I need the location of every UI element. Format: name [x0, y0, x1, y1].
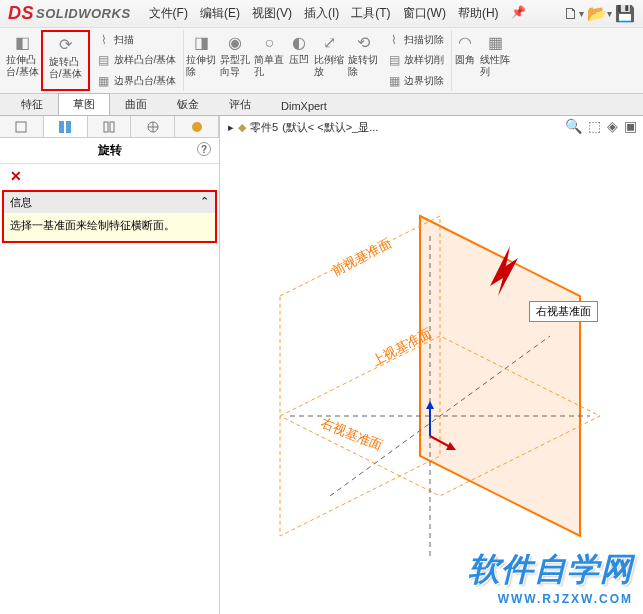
zoom-area-icon[interactable]: ⬚	[588, 118, 601, 134]
tab-sheetmetal[interactable]: 钣金	[162, 93, 214, 115]
sweep-icon: ⌇	[97, 33, 111, 47]
heads-up-toolbar: 🔍 ⬚ ◈ ▣	[565, 118, 637, 134]
plane-tooltip: 右视基准面	[529, 301, 598, 322]
menu-file[interactable]: 文件(F)	[143, 5, 194, 22]
property-panel: 旋转 ? ✕ 信息 ⌃ 选择一基准面来绘制特征横断面。	[0, 116, 220, 614]
watermark-main: 软件自学网	[468, 548, 633, 592]
extrude-icon: ◧	[11, 32, 33, 54]
extrude-cut-icon: ◨	[190, 32, 212, 54]
info-message: 选择一基准面来绘制特征横断面。	[4, 213, 215, 241]
loft-button[interactable]: ▤放样凸台/基体	[94, 52, 180, 68]
menu-tools[interactable]: 工具(T)	[345, 5, 396, 22]
menu-help[interactable]: 帮助(H)	[452, 5, 505, 22]
title-right-tools: 🗋▾ 📂▾ 💾	[563, 4, 635, 24]
logo-ds-icon: DS	[8, 3, 34, 24]
extrude-boss-button[interactable]: ◧ 拉伸凸 台/基体	[4, 30, 41, 91]
part-name: 零件5	[250, 120, 278, 135]
expand-icon[interactable]: ▸	[228, 121, 234, 134]
boundary-cut-button[interactable]: ▦边界切除	[384, 73, 447, 89]
watermark-url: WWW.RJZXW.COM	[468, 592, 633, 606]
ribbon-toolbar: ◧ 拉伸凸 台/基体 ⟳ 旋转凸 台/基体 ⌇扫描 ▤放样凸台/基体 ▦边界凸台…	[0, 28, 643, 94]
fillet-button[interactable]: ◠ 圆角	[452, 30, 478, 91]
tab-dimxpert[interactable]: DimXpert	[266, 96, 342, 115]
collapse-icon[interactable]: ⌃	[200, 195, 209, 210]
graphics-area[interactable]: ▸ ◆ 零件5 (默认< <默认>_显... 🔍 ⬚ ◈ ▣	[220, 116, 643, 614]
panel-tab-strip	[0, 116, 219, 138]
tab-evaluate[interactable]: 评估	[214, 93, 266, 115]
fillet-icon: ◠	[454, 32, 476, 54]
linear-pattern-icon: ▦	[484, 32, 506, 54]
revolve-icon: ⟳	[54, 34, 76, 56]
menu-window[interactable]: 窗口(W)	[397, 5, 452, 22]
loft-icon: ▤	[97, 53, 111, 67]
loft-cut-button[interactable]: ▤放样切削	[384, 52, 447, 68]
tab-sketch[interactable]: 草图	[58, 93, 110, 115]
hole-wizard-icon: ◉	[224, 32, 246, 54]
title-bar: DS SOLIDWORKS 文件(F) 编辑(E) 视图(V) 插入(I) 工具…	[0, 0, 643, 28]
linear-pattern-button[interactable]: ▦ 线性阵 列	[478, 30, 512, 91]
main-body: 旋转 ? ✕ 信息 ⌃ 选择一基准面来绘制特征横断面。 ▸ ◆ 零件5 (默认<…	[0, 116, 643, 614]
revolve-boss-button[interactable]: ⟳ 旋转凸 台/基体	[41, 30, 90, 91]
depress-icon: ◐	[288, 32, 310, 54]
cancel-button[interactable]: ✕	[0, 164, 219, 188]
main-menu: 文件(F) 编辑(E) 视图(V) 插入(I) 工具(T) 窗口(W) 帮助(H…	[143, 5, 532, 22]
info-header-label: 信息	[10, 195, 32, 210]
scale-icon: ⤢	[318, 32, 340, 54]
save-icon[interactable]: 💾	[615, 4, 635, 24]
breadcrumb[interactable]: ▸ ◆ 零件5 (默认< <默认>_显...	[228, 120, 378, 135]
right-plane-label: 右视基准面	[319, 415, 385, 453]
info-section: 信息 ⌃ 选择一基准面来绘制特征横断面。	[2, 190, 217, 243]
display-style-icon[interactable]: ▣	[624, 118, 637, 134]
new-doc-icon[interactable]: 🗋▾	[563, 4, 583, 24]
reference-planes: 前视基准面 上视基准面 右视基准面	[220, 136, 643, 606]
panel-title: 旋转	[98, 142, 122, 159]
svg-marker-9	[420, 216, 580, 536]
panel-tab-config[interactable]	[88, 116, 132, 137]
part-icon: ◆	[238, 121, 246, 134]
svg-rect-2	[66, 121, 71, 133]
menu-edit[interactable]: 编辑(E)	[194, 5, 246, 22]
sweep-cut-button[interactable]: ⌇扫描切除	[384, 32, 447, 48]
menu-view[interactable]: 视图(V)	[246, 5, 298, 22]
app-logo: DS SOLIDWORKS	[8, 3, 131, 24]
view-orient-icon[interactable]: ◈	[607, 118, 618, 134]
panel-tab-appearance[interactable]	[175, 116, 219, 137]
front-plane-label: 前视基准面	[329, 235, 393, 279]
sweep-cut-icon: ⌇	[387, 33, 401, 47]
part-config: (默认< <默认>_显...	[282, 120, 378, 135]
boundary-icon: ▦	[97, 74, 111, 88]
watermark: 软件自学网 WWW.RJZXW.COM	[468, 548, 633, 606]
logo-text: SOLIDWORKS	[36, 6, 131, 21]
simple-hole-icon: ○	[258, 32, 280, 54]
panel-tab-dimxpert[interactable]	[131, 116, 175, 137]
svg-point-8	[192, 122, 202, 132]
scale-button[interactable]: ⤢ 比例缩 放	[312, 30, 346, 91]
svg-rect-0	[16, 122, 26, 132]
simple-hole-button[interactable]: ○ 简单直 孔	[252, 30, 286, 91]
command-tabs: 特征 草图 曲面 钣金 评估 DimXpert	[0, 94, 643, 116]
hole-wizard-button[interactable]: ◉ 异型孔 向导	[218, 30, 252, 91]
panel-title-bar: 旋转 ?	[0, 138, 219, 164]
revolve-cut-icon: ⟲	[352, 32, 374, 54]
panel-tab-property[interactable]	[44, 116, 88, 137]
menu-insert[interactable]: 插入(I)	[298, 5, 345, 22]
extrude-cut-button[interactable]: ◨ 拉伸切 除	[184, 30, 218, 91]
sweep-button[interactable]: ⌇扫描	[94, 32, 180, 48]
loft-cut-icon: ▤	[387, 53, 401, 67]
svg-rect-1	[59, 121, 64, 133]
info-header[interactable]: 信息 ⌃	[4, 192, 215, 213]
svg-rect-3	[104, 122, 108, 132]
open-doc-icon[interactable]: 📂▾	[589, 4, 609, 24]
revolve-cut-button[interactable]: ⟲ 旋转切 除	[346, 30, 380, 91]
tab-surface[interactable]: 曲面	[110, 93, 162, 115]
zoom-fit-icon[interactable]: 🔍	[565, 118, 582, 134]
depress-button[interactable]: ◐ 压凹	[286, 30, 312, 91]
svg-rect-4	[110, 122, 114, 132]
panel-tab-feature-tree[interactable]	[0, 116, 44, 137]
pin-icon[interactable]: 📌	[505, 5, 532, 22]
tab-feature[interactable]: 特征	[6, 93, 58, 115]
boundary-button[interactable]: ▦边界凸台/基体	[94, 73, 180, 89]
help-icon[interactable]: ?	[197, 142, 211, 156]
boundary-cut-icon: ▦	[387, 74, 401, 88]
